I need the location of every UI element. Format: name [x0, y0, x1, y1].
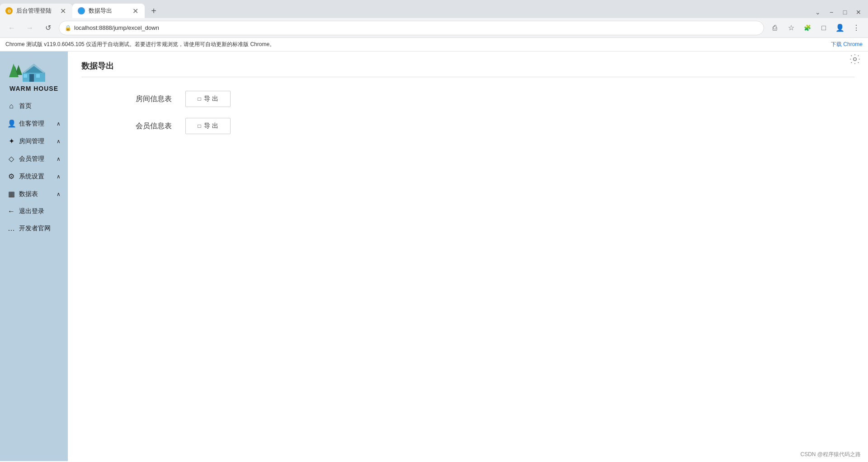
sidebar-label-rooms: 房间管理 — [19, 137, 44, 145]
sidebar-item-settings[interactable]: ⚙ 系统设置 ∧ — [0, 168, 68, 185]
browser-tab-1[interactable]: ⚙ 后台管理登陆 ✕ — [0, 4, 72, 18]
address-bar[interactable]: 🔒 localhost:8888/jump/excel_down — [59, 21, 764, 35]
extensions-button[interactable]: 🧩 — [800, 21, 815, 35]
room-export-button[interactable]: □ 导 出 — [185, 91, 231, 107]
sidebar-item-members[interactable]: ◇ 会员管理 ∧ — [0, 150, 68, 168]
footer: CSDN @程序猿代码之路 — [800, 451, 861, 458]
reload-button[interactable]: ↺ — [41, 21, 55, 35]
footer-text: CSDN @程序猿代码之路 — [800, 451, 861, 457]
developer-icon: … — [7, 224, 15, 233]
warning-bar: Chrome 测试版 v119.0.6045.105 仅适用于自动测试。若要进行… — [0, 38, 868, 51]
bookmark-button[interactable]: ☆ — [784, 21, 798, 35]
sidebar-label-developer: 开发者官网 — [19, 224, 51, 233]
sidebar-label-settings: 系统设置 — [19, 173, 44, 181]
tab-1-favicon: ⚙ — [5, 7, 13, 14]
guests-arrow: ∧ — [57, 121, 61, 127]
tab-1-title: 后台管理登陆 — [16, 7, 55, 15]
sidebar-label-guests: 住客管理 — [19, 120, 44, 128]
logo-area: WARM HOUSE — [0, 51, 68, 96]
page-header: 数据导出 — [81, 61, 854, 77]
page-title: 数据导出 — [81, 61, 854, 71]
members-arrow: ∧ — [57, 156, 61, 162]
room-export-btn-text: 导 出 — [204, 95, 218, 103]
member-export-button[interactable]: □ 导 出 — [185, 118, 231, 134]
close-window-button[interactable]: ✕ — [853, 6, 864, 18]
warning-text: Chrome 测试版 v119.0.6045.105 仅适用于自动测试。若要进行… — [5, 41, 275, 48]
sidebar-label-home: 首页 — [19, 102, 32, 110]
member-export-row: 会员信息表 □ 导 出 — [118, 118, 854, 134]
split-view-button[interactable]: □ — [816, 21, 831, 35]
sidebar-label-data: 数据表 — [19, 190, 38, 198]
menu-button[interactable]: ⋮ — [849, 21, 863, 35]
logout-icon: ← — [7, 207, 15, 215]
svg-rect-5 — [29, 74, 34, 82]
browser-tab-2[interactable]: 🌐 数据导出 ✕ — [72, 4, 145, 18]
guests-icon: 👤 — [7, 119, 15, 128]
sidebar-item-home[interactable]: ⌂ 首页 — [0, 98, 68, 115]
forward-button[interactable]: → — [23, 21, 37, 35]
tab-2-close[interactable]: ✕ — [131, 7, 139, 15]
logo-image — [7, 57, 61, 84]
room-export-icon: □ — [198, 96, 201, 102]
data-icon: ▦ — [7, 190, 15, 198]
profile-button[interactable]: 👤 — [833, 21, 847, 35]
sidebar-item-rooms[interactable]: ✦ 房间管理 ∧ — [0, 132, 68, 150]
room-export-label: 房间信息表 — [118, 94, 172, 104]
rooms-icon: ✦ — [7, 137, 15, 145]
tab-list-button[interactable]: ⌄ — [812, 6, 824, 18]
svg-point-9 — [854, 58, 857, 61]
brand-text: WARM HOUSE — [9, 85, 58, 92]
svg-rect-6 — [24, 74, 27, 78]
nav-menu: ⌂ 首页 👤 住客管理 ∧ ✦ 房间管理 ∧ ◇ 会员管理 ∧ ⚙ 系统设置 — [0, 96, 68, 239]
export-section: 房间信息表 □ 导 出 会员信息表 □ 导 出 — [81, 91, 854, 134]
member-export-icon: □ — [198, 123, 201, 129]
screenshot-button[interactable]: ⎙ — [768, 21, 782, 35]
home-icon: ⌂ — [7, 102, 15, 110]
gear-settings-icon[interactable] — [849, 53, 861, 66]
tab-2-title: 数据导出 — [89, 7, 127, 15]
member-export-btn-text: 导 出 — [204, 122, 218, 130]
sidebar: WARM HOUSE ⌂ 首页 👤 住客管理 ∧ ✦ 房间管理 ∧ ◇ 会员管理… — [0, 51, 68, 461]
maximize-button[interactable]: □ — [839, 6, 851, 18]
member-export-label: 会员信息表 — [118, 121, 172, 131]
members-icon: ◇ — [7, 154, 15, 163]
rooms-arrow: ∧ — [57, 138, 61, 145]
minimize-button[interactable]: − — [826, 6, 837, 18]
address-text: localhost:8888/jump/excel_down — [74, 24, 159, 31]
sidebar-item-logout[interactable]: ← 退出登录 — [0, 203, 68, 220]
data-arrow: ∧ — [57, 191, 61, 197]
back-button[interactable]: ← — [5, 21, 19, 35]
room-export-row: 房间信息表 □ 导 出 — [118, 91, 854, 107]
sidebar-item-developer[interactable]: … 开发者官网 — [0, 220, 68, 237]
sidebar-label-members: 会员管理 — [19, 155, 44, 163]
sidebar-label-logout: 退出登录 — [19, 207, 44, 215]
main-content: 数据导出 房间信息表 □ 导 出 会员信息表 □ 导 出 — [68, 51, 868, 461]
sidebar-item-data[interactable]: ▦ 数据表 ∧ — [0, 185, 68, 203]
sidebar-item-guests[interactable]: 👤 住客管理 ∧ — [0, 115, 68, 132]
new-tab-button[interactable]: + — [146, 4, 161, 18]
settings-icon: ⚙ — [7, 172, 15, 181]
svg-rect-7 — [36, 74, 40, 78]
download-chrome-link[interactable]: 下载 Chrome — [831, 41, 863, 48]
tab-2-favicon: 🌐 — [78, 7, 85, 14]
settings-arrow: ∧ — [57, 173, 61, 180]
lock-icon: 🔒 — [65, 25, 71, 31]
tab-1-close[interactable]: ✕ — [59, 7, 67, 15]
